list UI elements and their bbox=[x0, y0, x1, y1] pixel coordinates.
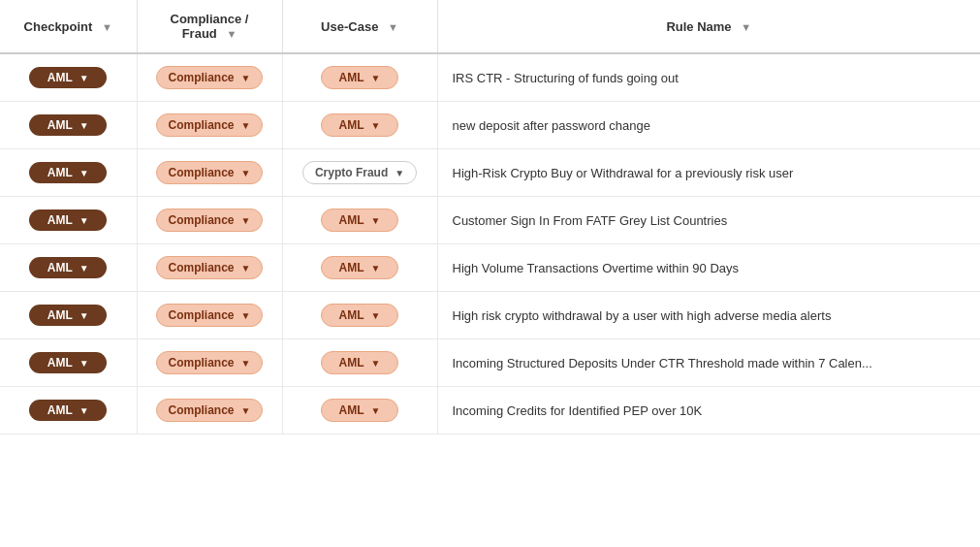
usecase-chevron-icon: ▼ bbox=[371, 215, 381, 226]
compliance-chevron-icon: ▼ bbox=[241, 310, 251, 321]
compliance-chevron-icon: ▼ bbox=[241, 120, 251, 131]
rules-table: Checkpoint ▼ Compliance /Fraud ▼ Use-Cas… bbox=[0, 0, 980, 434]
rulename-text: High-Risk Crypto Buy or Withdrawal for a… bbox=[453, 166, 794, 180]
table-header: Checkpoint ▼ Compliance /Fraud ▼ Use-Cas… bbox=[0, 0, 980, 53]
usecase-cell: AML ▼ bbox=[282, 53, 437, 102]
checkpoint-badge[interactable]: AML ▼ bbox=[29, 400, 107, 421]
compliance-cell: Compliance ▼ bbox=[137, 244, 282, 292]
usecase-cell: AML ▼ bbox=[282, 197, 437, 244]
rulename-text: Incoming Structured Deposits Under CTR T… bbox=[453, 356, 872, 370]
usecase-cell: AML ▼ bbox=[282, 244, 437, 292]
compliance-cell: Compliance ▼ bbox=[137, 102, 282, 149]
compliance-badge[interactable]: Compliance ▼ bbox=[156, 256, 264, 279]
usecase-cell: Crypto Fraud ▼ bbox=[282, 149, 437, 197]
checkpoint-badge[interactable]: AML ▼ bbox=[29, 114, 107, 136]
compliance-cell: Compliance ▼ bbox=[137, 197, 282, 244]
usecase-badge[interactable]: AML ▼ bbox=[321, 66, 398, 89]
usecase-cell: AML ▼ bbox=[282, 387, 437, 434]
compliance-chevron-icon: ▼ bbox=[241, 405, 251, 416]
rulename-cell: IRS CTR - Structuring of funds going out bbox=[437, 53, 980, 102]
col-header-checkpoint-label: Checkpoint bbox=[24, 19, 93, 34]
table-row: AML ▼Compliance ▼AML ▼Incoming Credits f… bbox=[0, 387, 980, 434]
compliance-chevron-icon: ▼ bbox=[241, 168, 251, 178]
usecase-badge[interactable]: AML ▼ bbox=[321, 256, 398, 279]
checkpoint-badge[interactable]: AML ▼ bbox=[29, 257, 107, 278]
table-row: AML ▼Compliance ▼AML ▼Customer Sign In F… bbox=[0, 197, 980, 244]
usecase-chevron-icon: ▼ bbox=[371, 358, 381, 369]
usecase-chevron-icon: ▼ bbox=[371, 120, 381, 131]
usecase-chevron-icon: ▼ bbox=[395, 168, 404, 178]
rulename-cell: new deposit after password change bbox=[437, 102, 980, 149]
usecase-chevron-icon: ▼ bbox=[371, 405, 381, 416]
compliance-cell: Compliance ▼ bbox=[137, 339, 282, 387]
col-header-checkpoint: Checkpoint ▼ bbox=[0, 0, 137, 53]
rulename-cell: Incoming Credits for Identified PEP over… bbox=[437, 387, 980, 434]
compliance-badge[interactable]: Compliance ▼ bbox=[156, 113, 264, 137]
table-row: AML ▼Compliance ▼AML ▼High Volume Transa… bbox=[0, 244, 980, 292]
checkpoint-cell: AML ▼ bbox=[0, 292, 137, 339]
checkpoint-badge[interactable]: AML ▼ bbox=[29, 162, 107, 183]
table-row: AML ▼Compliance ▼AML ▼new deposit after … bbox=[0, 102, 980, 149]
checkpoint-chevron-icon: ▼ bbox=[79, 358, 89, 369]
table-row: AML ▼Compliance ▼AML ▼IRS CTR - Structur… bbox=[0, 53, 980, 102]
checkpoint-filter-icon[interactable]: ▼ bbox=[102, 21, 112, 33]
checkpoint-chevron-icon: ▼ bbox=[79, 310, 89, 321]
rulename-cell: Customer Sign In From FATF Grey List Cou… bbox=[437, 197, 980, 244]
rulename-text: High Volume Transactions Overtime within… bbox=[453, 261, 740, 275]
checkpoint-cell: AML ▼ bbox=[0, 102, 137, 149]
rulename-cell: Incoming Structured Deposits Under CTR T… bbox=[437, 339, 980, 387]
usecase-chevron-icon: ▼ bbox=[371, 263, 381, 274]
compliance-cell: Compliance ▼ bbox=[137, 149, 282, 197]
rulename-cell: High-Risk Crypto Buy or Withdrawal for a… bbox=[437, 149, 980, 197]
rulename-cell: High risk crypto withdrawal by a user wi… bbox=[437, 292, 980, 339]
usecase-badge[interactable]: AML ▼ bbox=[321, 209, 398, 232]
compliance-badge[interactable]: Compliance ▼ bbox=[156, 304, 264, 327]
checkpoint-cell: AML ▼ bbox=[0, 53, 137, 102]
compliance-filter-icon[interactable]: ▼ bbox=[226, 28, 237, 40]
compliance-badge[interactable]: Compliance ▼ bbox=[156, 66, 264, 89]
compliance-badge[interactable]: Compliance ▼ bbox=[156, 209, 264, 232]
col-header-usecase: Use-Case ▼ bbox=[282, 0, 437, 53]
usecase-filter-icon[interactable]: ▼ bbox=[388, 21, 398, 33]
checkpoint-chevron-icon: ▼ bbox=[79, 73, 89, 83]
usecase-badge[interactable]: Crypto Fraud ▼ bbox=[302, 161, 417, 184]
rulename-filter-icon[interactable]: ▼ bbox=[741, 21, 751, 33]
table-row: AML ▼Compliance ▼AML ▼Incoming Structure… bbox=[0, 339, 980, 387]
usecase-cell: AML ▼ bbox=[282, 292, 437, 339]
compliance-cell: Compliance ▼ bbox=[137, 387, 282, 434]
rulename-cell: High Volume Transactions Overtime within… bbox=[437, 244, 980, 292]
rulename-text: Customer Sign In From FATF Grey List Cou… bbox=[453, 213, 728, 228]
checkpoint-chevron-icon: ▼ bbox=[79, 215, 89, 226]
checkpoint-chevron-icon: ▼ bbox=[79, 405, 89, 416]
checkpoint-chevron-icon: ▼ bbox=[79, 263, 89, 274]
table-row: AML ▼Compliance ▼Crypto Fraud ▼High-Risk… bbox=[0, 149, 980, 197]
usecase-badge[interactable]: AML ▼ bbox=[321, 399, 398, 422]
col-header-rulename: Rule Name ▼ bbox=[437, 0, 980, 53]
col-header-compliance: Compliance /Fraud ▼ bbox=[137, 0, 282, 53]
usecase-badge[interactable]: AML ▼ bbox=[321, 351, 398, 374]
usecase-chevron-icon: ▼ bbox=[371, 73, 381, 83]
checkpoint-badge[interactable]: AML ▼ bbox=[29, 209, 107, 231]
checkpoint-badge[interactable]: AML ▼ bbox=[29, 305, 107, 326]
compliance-badge[interactable]: Compliance ▼ bbox=[156, 161, 264, 184]
col-header-compliance-label: Compliance /Fraud bbox=[171, 12, 249, 41]
usecase-cell: AML ▼ bbox=[282, 102, 437, 149]
checkpoint-cell: AML ▼ bbox=[0, 387, 137, 434]
checkpoint-cell: AML ▼ bbox=[0, 149, 137, 197]
compliance-cell: Compliance ▼ bbox=[137, 53, 282, 102]
usecase-badge[interactable]: AML ▼ bbox=[321, 113, 398, 137]
checkpoint-badge[interactable]: AML ▼ bbox=[29, 67, 107, 88]
compliance-chevron-icon: ▼ bbox=[241, 73, 251, 83]
rulename-text: new deposit after password change bbox=[453, 118, 651, 133]
usecase-badge[interactable]: AML ▼ bbox=[321, 304, 398, 327]
checkpoint-badge[interactable]: AML ▼ bbox=[29, 352, 107, 373]
checkpoint-cell: AML ▼ bbox=[0, 244, 137, 292]
compliance-cell: Compliance ▼ bbox=[137, 292, 282, 339]
usecase-chevron-icon: ▼ bbox=[371, 310, 381, 321]
usecase-cell: AML ▼ bbox=[282, 339, 437, 387]
compliance-badge[interactable]: Compliance ▼ bbox=[156, 351, 264, 374]
compliance-badge[interactable]: Compliance ▼ bbox=[156, 399, 264, 422]
checkpoint-chevron-icon: ▼ bbox=[79, 168, 89, 178]
checkpoint-chevron-icon: ▼ bbox=[79, 120, 89, 131]
rulename-text: IRS CTR - Structuring of funds going out bbox=[453, 71, 679, 85]
